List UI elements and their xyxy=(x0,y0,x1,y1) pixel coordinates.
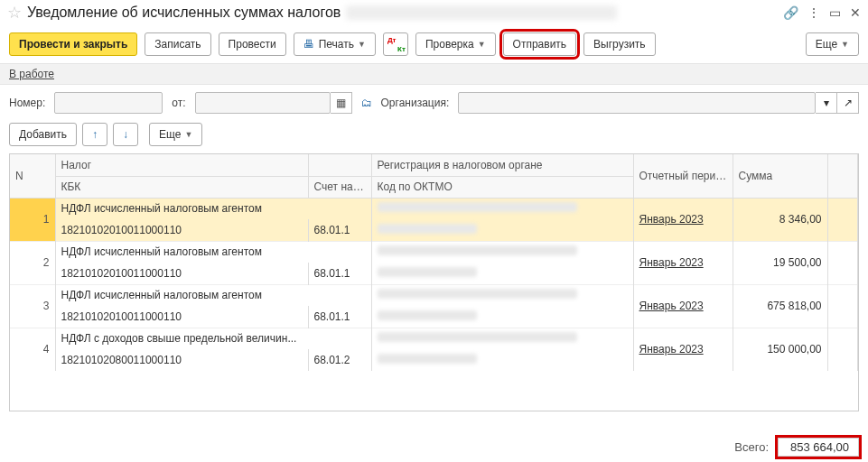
col-header-oktmo[interactable]: Код по ОКТМО xyxy=(371,176,633,198)
cell-reg-redacted[interactable] xyxy=(371,198,633,219)
chevron-down-icon: ▼ xyxy=(478,40,486,49)
cell-n[interactable]: 3 xyxy=(10,284,55,328)
col-header-kbk[interactable]: КБК xyxy=(55,176,308,198)
calendar-button[interactable] xyxy=(331,92,352,114)
move-up-button[interactable] xyxy=(82,123,107,146)
printer-icon: 🖶 xyxy=(303,38,314,51)
cell-n[interactable]: 4 xyxy=(10,328,55,371)
col-header-acct[interactable]: Счет налога xyxy=(308,176,371,198)
cell-oktmo-redacted[interactable] xyxy=(371,349,633,371)
cell-blank xyxy=(827,198,858,241)
cell-acct[interactable]: 68.01.1 xyxy=(308,306,371,328)
cell-kbk[interactable]: 18210102010011000110 xyxy=(55,263,308,284)
table-row[interactable]: 4НДФЛ с доходов свыше предельной величин… xyxy=(10,328,858,349)
cell-blank xyxy=(827,328,858,371)
cell-tax[interactable]: НДФЛ исчисленный налоговым агентом xyxy=(55,241,371,263)
cell-oktmo-redacted[interactable] xyxy=(371,263,633,284)
org-input[interactable] xyxy=(458,92,816,114)
title-suffix-redacted xyxy=(346,5,617,20)
main-toolbar: Провести и закрыть Записать Провести 🖶 П… xyxy=(0,25,868,63)
cell-reg-redacted[interactable] xyxy=(371,241,633,263)
grid-more-label: Еще xyxy=(159,128,181,141)
number-input[interactable] xyxy=(54,92,163,114)
print-button[interactable]: 🖶 Печать ▼ xyxy=(294,32,376,56)
cell-sum[interactable]: 150 000,00 xyxy=(733,328,827,371)
arrow-down-icon xyxy=(123,128,128,141)
footer-total: Всего: 853 664,00 xyxy=(734,438,859,457)
cell-acct[interactable]: 68.01.1 xyxy=(308,263,371,284)
chevron-down-icon: ▼ xyxy=(358,40,366,49)
move-down-button[interactable] xyxy=(113,123,138,146)
window-close-icon[interactable]: ✕ xyxy=(850,5,861,20)
grid-toolbar: Добавить Еще ▼ xyxy=(0,121,868,153)
post-and-close-button[interactable]: Провести и закрыть xyxy=(9,32,137,56)
dt-kt-icon xyxy=(389,38,402,51)
table-row[interactable]: 3НДФЛ исчисленный налоговым агентомЯнвар… xyxy=(10,284,858,306)
export-button[interactable]: Выгрузить xyxy=(583,32,656,56)
cell-tax[interactable]: НДФЛ исчисленный налоговым агентом xyxy=(55,198,371,219)
cell-kbk[interactable]: 18210102010011000110 xyxy=(55,219,308,241)
cell-oktmo-redacted[interactable] xyxy=(371,306,633,328)
col-header-sum[interactable]: Сумма xyxy=(733,154,827,198)
cell-period[interactable]: Январь 2023 xyxy=(633,241,733,284)
dt-kt-button[interactable] xyxy=(383,32,408,56)
chevron-down-icon: ▼ xyxy=(841,40,849,49)
add-row-button[interactable]: Добавить xyxy=(9,123,77,146)
calendar-icon xyxy=(336,97,346,109)
cell-tax[interactable]: НДФЛ с доходов свыше предельной величин.… xyxy=(55,328,371,349)
send-button[interactable]: Отправить xyxy=(503,32,577,56)
chevron-down-icon: ▼ xyxy=(184,130,192,139)
cell-tax[interactable]: НДФЛ исчисленный налоговым агентом xyxy=(55,284,371,306)
cell-period[interactable]: Январь 2023 xyxy=(633,198,733,241)
org-open-button[interactable]: ↗ xyxy=(837,92,859,114)
cell-reg-redacted[interactable] xyxy=(371,284,633,306)
col-header-tax[interactable]: Налог xyxy=(55,154,308,176)
status-link[interactable]: В работе xyxy=(9,68,54,80)
arrow-up-icon xyxy=(92,128,98,141)
window-titlebar: ☆ Уведомление об исчисленных суммах нало… xyxy=(0,0,868,25)
print-label: Печать xyxy=(319,38,354,51)
col-header-acct-blank[interactable] xyxy=(308,154,371,176)
post-button[interactable]: Провести xyxy=(219,32,286,56)
check-button[interactable]: Проверка ▼ xyxy=(415,32,496,56)
number-label: Номер: xyxy=(9,97,45,109)
tax-grid[interactable]: N Налог Регистрация в налоговом органе О… xyxy=(9,153,859,411)
col-header-period[interactable]: Отчетный период xyxy=(633,154,733,198)
favorite-star-icon[interactable]: ☆ xyxy=(7,3,22,23)
table-row[interactable]: 1НДФЛ исчисленный налоговым агентомЯнвар… xyxy=(10,198,858,219)
col-header-n[interactable]: N xyxy=(10,154,55,198)
cell-sum[interactable]: 19 500,00 xyxy=(733,241,827,284)
link-icon[interactable]: 🔗 xyxy=(783,5,798,20)
cell-period[interactable]: Январь 2023 xyxy=(633,328,733,371)
col-header-reg[interactable]: Регистрация в налоговом органе xyxy=(371,154,633,176)
window-title: Уведомление об исчисленных суммах налого… xyxy=(27,5,341,21)
org-icon: 🗂 xyxy=(361,97,372,109)
cell-n[interactable]: 2 xyxy=(10,241,55,284)
kebab-menu-icon[interactable]: ⋮ xyxy=(807,5,820,20)
org-dropdown-button[interactable]: ▾ xyxy=(816,92,837,114)
fields-row: Номер: от: 🗂 Организация: ▾ ↗ xyxy=(0,85,868,121)
save-button[interactable]: Записать xyxy=(145,32,210,56)
window-restore-icon[interactable]: ▭ xyxy=(829,5,841,20)
cell-blank xyxy=(827,284,858,328)
cell-acct[interactable]: 68.01.1 xyxy=(308,219,371,241)
cell-kbk[interactable]: 18210102080011000110 xyxy=(55,349,308,371)
more-button[interactable]: Еще ▼ xyxy=(806,32,859,56)
cell-acct[interactable]: 68.01.2 xyxy=(308,349,371,371)
cell-kbk[interactable]: 18210102010011000110 xyxy=(55,306,308,328)
col-header-blank xyxy=(827,154,858,198)
cell-blank xyxy=(827,241,858,284)
date-input[interactable] xyxy=(195,92,331,114)
cell-oktmo-redacted[interactable] xyxy=(371,219,633,241)
cell-sum[interactable]: 675 818,00 xyxy=(733,284,827,328)
cell-reg-redacted[interactable] xyxy=(371,328,633,349)
table-row[interactable]: 2НДФЛ исчисленный налоговым агентомЯнвар… xyxy=(10,241,858,263)
status-bar: В работе xyxy=(0,63,868,85)
cell-n[interactable]: 1 xyxy=(10,198,55,241)
total-value: 853 664,00 xyxy=(778,438,859,457)
cell-sum[interactable]: 8 346,00 xyxy=(733,198,827,241)
cell-period[interactable]: Январь 2023 xyxy=(633,284,733,328)
org-label: Организация: xyxy=(381,97,450,109)
grid-more-button[interactable]: Еще ▼ xyxy=(149,123,202,146)
more-label: Еще xyxy=(816,38,837,51)
